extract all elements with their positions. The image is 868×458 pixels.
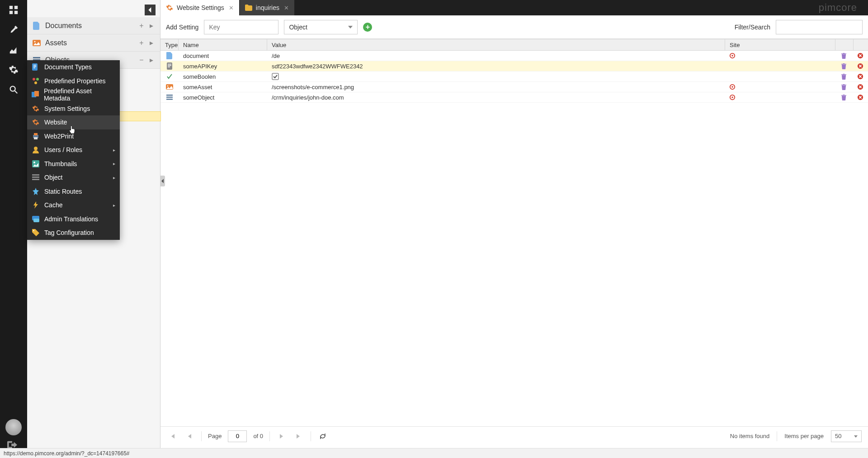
chevron-right-icon: ▸	[113, 203, 115, 208]
logout-icon[interactable]	[7, 440, 20, 448]
accordion-label: Assets	[45, 39, 67, 47]
key-input[interactable]	[204, 20, 278, 34]
folder-icon	[245, 4, 252, 11]
statusbar: https://demo.pimcore.org/admin/?_dc=1474…	[0, 448, 868, 458]
menu-label: Thumbnails	[44, 160, 77, 167]
table-row[interactable]: document/de	[160, 51, 868, 61]
menu-system-settings[interactable]: System Settings	[27, 102, 120, 116]
row-reference-icon[interactable]	[724, 52, 740, 59]
user-avatar[interactable]	[5, 419, 22, 435]
page-prev[interactable]	[184, 431, 195, 442]
menu-predefined-asset-metadata[interactable]: Predefined Asset Metadata	[27, 88, 120, 102]
row-remove[interactable]	[853, 63, 868, 69]
search-input[interactable]	[776, 20, 863, 34]
menu-static-routes[interactable]: Static Routes	[27, 185, 120, 199]
expand-icon[interactable]: ▸	[148, 23, 155, 29]
row-delete[interactable]	[835, 74, 853, 80]
collapse-icon[interactable]: −	[138, 57, 145, 63]
tabbar: Website Settings ✕ inquiries ✕ pimcore	[160, 0, 868, 15]
svg-rect-8	[33, 57, 40, 58]
row-delete[interactable]	[835, 63, 853, 69]
gear-icon	[32, 105, 40, 113]
close-icon[interactable]: ✕	[284, 5, 289, 11]
svg-rect-45	[166, 97, 173, 98]
row-reference-icon[interactable]	[724, 84, 740, 90]
menu-admin-translations[interactable]: Admin Translations	[27, 212, 120, 226]
refresh-button[interactable]	[317, 431, 328, 442]
svg-point-40	[167, 86, 169, 87]
accordion-assets[interactable]: Assets +▸	[27, 34, 160, 52]
nav-reports[interactable]	[0, 40, 27, 60]
chevron-down-icon	[854, 435, 858, 438]
page-first[interactable]	[167, 431, 178, 442]
image-icon	[33, 39, 41, 47]
row-remove[interactable]	[853, 73, 868, 80]
row-reference-icon[interactable]	[724, 94, 740, 100]
menu-cache[interactable]: Cache▸	[27, 198, 120, 212]
nav-settings[interactable]	[0, 60, 27, 80]
menu-label: System Settings	[44, 105, 90, 112]
row-value: sdf22343wdfwe2342WWFWE2342	[267, 63, 724, 70]
menu-thumbnails[interactable]: Thumbnails▸	[27, 157, 120, 171]
per-page-combo[interactable]: 50	[831, 430, 862, 442]
nav-apps[interactable]	[0, 0, 27, 20]
close-icon[interactable]: ✕	[229, 5, 234, 11]
table-row[interactable]: someBoolen	[160, 72, 868, 82]
menu-web2print[interactable]: Web2Print	[27, 129, 120, 143]
row-delete[interactable]	[835, 84, 853, 90]
row-delete[interactable]	[835, 53, 853, 59]
page-next[interactable]	[276, 431, 287, 442]
svg-line-5	[15, 91, 18, 94]
svg-rect-23	[32, 174, 39, 176]
nav-tools[interactable]	[0, 20, 27, 40]
tab-website-settings[interactable]: Website Settings ✕	[160, 0, 239, 15]
menu-label: Admin Translations	[44, 215, 98, 223]
svg-point-7	[34, 41, 36, 42]
menu-document-types[interactable]: Document Types	[27, 60, 120, 74]
add-icon[interactable]: +	[138, 23, 145, 29]
menu-label: Static Routes	[44, 188, 82, 195]
col-name[interactable]: Name	[179, 39, 267, 50]
settings-context-menu: Document Types Predefined Properties Pre…	[27, 60, 120, 240]
col-site[interactable]: Site	[725, 39, 835, 50]
row-value: /crm/inquiries/john-doe.com	[267, 94, 724, 101]
chevron-down-icon	[348, 26, 353, 29]
menu-tag-configuration[interactable]: Tag Configuration	[27, 226, 120, 240]
menu-website[interactable]: Website	[27, 115, 120, 129]
table-row[interactable]: someAsset/screenshots/e-commerce1.png	[160, 82, 868, 92]
add-button[interactable]: +	[363, 23, 372, 32]
svg-rect-35	[168, 67, 170, 67]
menu-object[interactable]: Object▸	[27, 171, 120, 185]
svg-point-22	[33, 162, 35, 163]
menu-predefined-properties[interactable]: Predefined Properties	[27, 74, 120, 88]
filter-label: Filter/Search	[735, 24, 770, 31]
table-row[interactable]: someAPIKeysdf22343wdfwe2342WWFWE2342	[160, 61, 868, 72]
sidebar-collapse[interactable]	[145, 5, 156, 15]
document-icon	[33, 22, 41, 30]
page-input[interactable]	[228, 430, 247, 442]
type-combo[interactable]: Object	[284, 20, 358, 34]
expand-icon[interactable]: ▸	[148, 57, 155, 63]
settings-table: Type Name Value Site document/desomeAPIK…	[160, 39, 868, 103]
add-icon[interactable]: +	[138, 40, 145, 46]
row-remove[interactable]	[853, 94, 868, 100]
col-type[interactable]: Type	[160, 39, 179, 50]
expand-icon[interactable]: ▸	[148, 40, 155, 46]
menu-users-roles[interactable]: Users / Roles▸	[27, 143, 120, 157]
tab-inquiries[interactable]: inquiries ✕	[239, 0, 294, 15]
row-name: document	[179, 52, 267, 59]
row-remove[interactable]	[853, 52, 868, 59]
row-remove[interactable]	[853, 84, 868, 90]
col-value[interactable]: Value	[267, 39, 725, 50]
accordion-documents[interactable]: Documents +▸	[27, 17, 160, 34]
menu-label: Object	[44, 174, 62, 181]
menu-label: Users / Roles	[44, 146, 82, 153]
svg-rect-32	[167, 62, 172, 70]
gear-icon	[166, 4, 173, 11]
row-delete[interactable]	[835, 95, 853, 100]
table-row[interactable]: someObject/crm/inquiries/john-doe.com	[160, 92, 868, 103]
chevron-right-icon: ▸	[113, 148, 115, 153]
page-last[interactable]	[293, 431, 304, 442]
row-value: /de	[267, 52, 724, 59]
nav-search[interactable]	[0, 80, 27, 100]
